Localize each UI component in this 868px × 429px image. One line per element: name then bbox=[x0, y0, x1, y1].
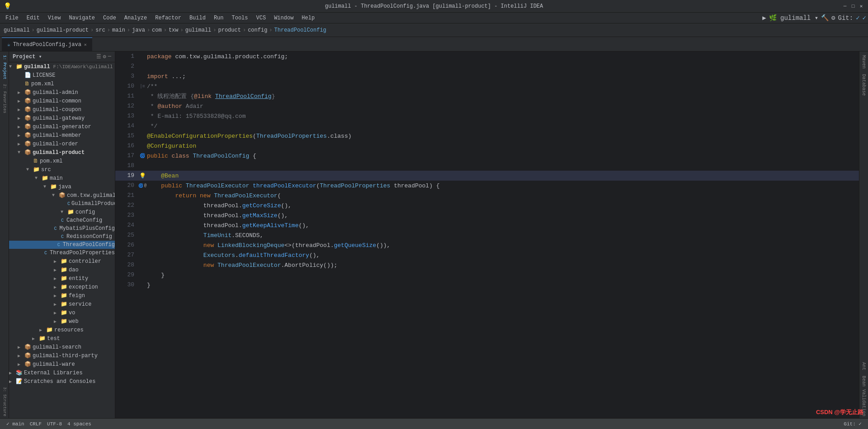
minimize-button[interactable]: ─ bbox=[842, 3, 848, 9]
nav-txw[interactable]: txw bbox=[169, 27, 179, 33]
code-text: public ThreadPoolExecutor threadPoolExec… bbox=[147, 181, 440, 191]
run-icon[interactable]: ▶ bbox=[762, 14, 766, 22]
tree-item-external-libraries[interactable]: ▶ 📚 External Libraries bbox=[9, 368, 115, 377]
line-number: 30 bbox=[115, 280, 138, 290]
tree-item-coupon[interactable]: ▶ 📦 gulimall-coupon bbox=[9, 105, 115, 114]
tree-label: resources bbox=[54, 327, 84, 333]
gutter-line-1 bbox=[138, 51, 147, 61]
tree-item-vo[interactable]: ▶ 📁 vo bbox=[9, 308, 115, 317]
settings-icon[interactable]: ⚙ bbox=[831, 14, 835, 22]
tab-threadpoolconfig[interactable]: ☕ ThreadPoolConfig.java ✕ bbox=[2, 37, 92, 51]
class-name: ThreadPoolConfig bbox=[193, 153, 253, 159]
branch-icon[interactable]: 🌿 gulimall ▾ bbox=[769, 14, 818, 22]
folder-icon: 📁 bbox=[61, 301, 67, 308]
tree-item-redisson[interactable]: C RedissonConfig bbox=[9, 233, 115, 241]
tree-item-ware[interactable]: ▶ 📦 gulimall-ware bbox=[9, 360, 115, 368]
git-check2[interactable]: ✓ bbox=[863, 14, 866, 22]
nav-threadpoolconfig[interactable]: ThreadPoolConfig bbox=[274, 27, 326, 33]
tab-close-button[interactable]: ✕ bbox=[84, 42, 87, 47]
build-icon[interactable]: 🔨 bbox=[821, 14, 829, 22]
tree-item-src[interactable]: ▼ 📁 src bbox=[9, 165, 115, 174]
menu-view[interactable]: View bbox=[44, 14, 65, 22]
close-button[interactable]: ✕ bbox=[858, 3, 864, 9]
sidebar-collapse-icon[interactable]: ☰ bbox=[96, 53, 101, 60]
tree-item-threadpoolconfig[interactable]: C ThreadPoolConfig bbox=[9, 241, 115, 249]
tree-item-cacheconfig[interactable]: C CacheConfig bbox=[9, 216, 115, 224]
git-check1[interactable]: ✓ bbox=[856, 14, 859, 22]
tree-item-order[interactable]: ▶ 📦 gulimall-order bbox=[9, 140, 115, 148]
tree-item-exception[interactable]: ▶ 📁 exception bbox=[9, 283, 115, 291]
tree-item-pom-product[interactable]: 🗎 pom.xml bbox=[9, 157, 115, 165]
menu-window[interactable]: Window bbox=[270, 14, 297, 22]
tree-item-product[interactable]: ▼ 📦 gulimall-product bbox=[9, 148, 115, 157]
panel-ant[interactable]: Ant bbox=[860, 360, 867, 372]
tree-item-mybatisplus[interactable]: C MybatisPlusConfig bbox=[9, 224, 115, 233]
nav-config[interactable]: config bbox=[248, 27, 267, 33]
menu-code[interactable]: Code bbox=[99, 14, 120, 22]
tree-item-config-folder[interactable]: ▼ 📁 config bbox=[9, 208, 115, 216]
tree-item-scratches[interactable]: ▶ 📝 Scratches and Consoles bbox=[9, 377, 115, 386]
code-container[interactable]: 1 package com.txw.gulimall.product.confi… bbox=[115, 51, 859, 418]
code-line-24: 24 threadPool.getKeepAliveTime(), bbox=[115, 220, 859, 230]
sidebar-hide-icon[interactable]: — bbox=[108, 53, 111, 60]
menu-tools[interactable]: Tools bbox=[228, 14, 252, 22]
nav-gulimall2[interactable]: gulimall bbox=[185, 27, 212, 33]
menu-help[interactable]: Help bbox=[298, 14, 318, 22]
sidebar-settings-icon[interactable]: ⚙ bbox=[103, 53, 106, 60]
tree-item-app-class[interactable]: C GulimallProductApplication bbox=[9, 200, 115, 208]
tree-item-entity[interactable]: ▶ 📁 entity bbox=[9, 274, 115, 283]
vtab-favorites[interactable]: 2: Favorites bbox=[1, 82, 8, 115]
tree-item-threadpoolprops[interactable]: C ThreadPoolProperties bbox=[9, 249, 115, 257]
arrow-icon: ▼ bbox=[61, 210, 66, 214]
tree-item-main[interactable]: ▼ 📁 main bbox=[9, 174, 115, 182]
code-line-20: 20 🌀 @ public ThreadPoolExecutor threadP… bbox=[115, 181, 859, 191]
menu-edit[interactable]: Edit bbox=[23, 14, 43, 22]
vtab-project[interactable]: 1: Project bbox=[1, 53, 8, 81]
tree-item-java[interactable]: ▼ 📁 java bbox=[9, 182, 115, 191]
nav-gulimall-product[interactable]: gulimall-product bbox=[37, 27, 89, 33]
tree-item-test[interactable]: ▶ 📁 test bbox=[9, 334, 115, 343]
type: ThreadPoolExecutor bbox=[217, 262, 281, 269]
line-number: 24 bbox=[115, 220, 138, 230]
menu-vcs[interactable]: VCS bbox=[253, 14, 270, 22]
nav-java[interactable]: java bbox=[132, 27, 145, 33]
hint-bulb-icon[interactable]: 💡 bbox=[139, 173, 146, 179]
tree-item-license[interactable]: 📄 LICENSE bbox=[9, 71, 115, 79]
menu-run[interactable]: Run bbox=[210, 14, 227, 22]
tree-item-dao[interactable]: ▶ 📁 dao bbox=[9, 266, 115, 274]
tree-label: main bbox=[50, 175, 63, 182]
tree-item-resources[interactable]: ▶ 📁 resources bbox=[9, 326, 115, 334]
arrow-icon: ▶ bbox=[54, 293, 59, 298]
code-line-29: 29 } bbox=[115, 270, 859, 280]
tree-item-service[interactable]: ▶ 📁 service bbox=[9, 300, 115, 308]
tree-item-pom-root[interactable]: 🗎 pom.xml bbox=[9, 79, 115, 88]
tree-item-gulimall-root[interactable]: ▼ 📁 gulimall F:\IDEAWork\gulimall bbox=[9, 62, 115, 71]
nav-com[interactable]: com bbox=[152, 27, 162, 33]
nav-gulimall[interactable]: gulimall bbox=[4, 27, 30, 33]
line-number: 13 bbox=[115, 111, 138, 121]
tree-item-feign[interactable]: ▶ 📁 feign bbox=[9, 291, 115, 300]
line-number: 22 bbox=[115, 201, 138, 210]
tree-item-common[interactable]: ▶ 📦 gulimall-common bbox=[9, 97, 115, 105]
menu-refactor[interactable]: Refactor bbox=[151, 14, 185, 22]
tree-item-gateway[interactable]: ▶ 📦 gulimall-gateway bbox=[9, 114, 115, 122]
menu-build[interactable]: Build bbox=[186, 14, 209, 22]
tree-item-member[interactable]: ▶ 📦 gulimall-member bbox=[9, 131, 115, 140]
menu-file[interactable]: File bbox=[2, 14, 22, 22]
nav-src[interactable]: src bbox=[95, 27, 105, 33]
panel-database[interactable]: Database bbox=[860, 72, 867, 98]
tree-item-search[interactable]: ▶ 📦 gulimall-search bbox=[9, 343, 115, 351]
nav-main[interactable]: main bbox=[112, 27, 125, 33]
tree-item-generator[interactable]: ▶ 📦 gulimall-generator bbox=[9, 122, 115, 131]
tree-item-admin[interactable]: ▶ 📦 gulimall-admin bbox=[9, 88, 115, 97]
menu-analyze[interactable]: Analyze bbox=[121, 14, 151, 22]
maximize-button[interactable]: □ bbox=[850, 3, 856, 9]
tree-item-package[interactable]: ▼ 📦 com.txw.gulimall.product bbox=[9, 191, 115, 200]
menu-navigate[interactable]: Navigate bbox=[65, 14, 99, 22]
nav-product[interactable]: product bbox=[218, 27, 241, 33]
vtab-structure[interactable]: 3: Structure bbox=[1, 385, 8, 418]
panel-maven[interactable]: Maven bbox=[860, 53, 867, 70]
tree-item-web[interactable]: ▶ 📁 web bbox=[9, 317, 115, 326]
tree-item-third-party[interactable]: ▶ 📦 gulimall-third-party bbox=[9, 351, 115, 360]
tree-item-controller[interactable]: ▶ 📁 controller bbox=[9, 257, 115, 266]
